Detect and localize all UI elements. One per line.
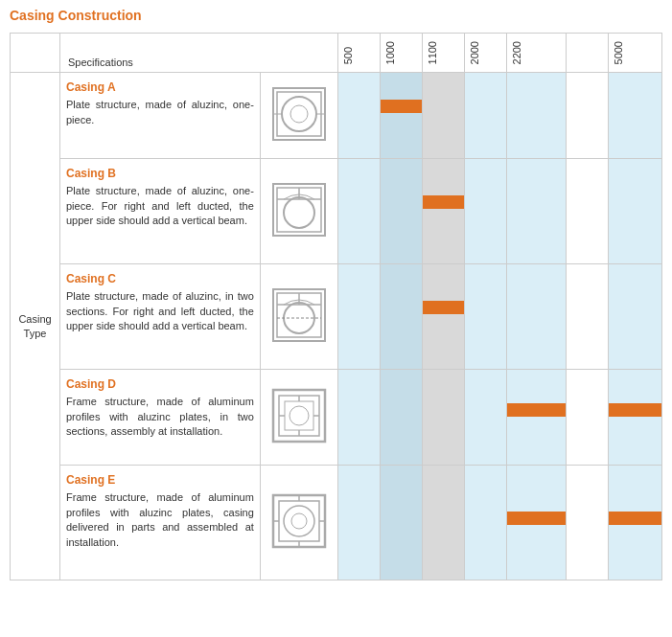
casing-c-col1100 (423, 264, 465, 370)
casing-a-col500 (338, 73, 381, 159)
header-casing-type-col (11, 34, 60, 73)
casing-d-colblank (567, 370, 609, 466)
casing-e-colblank (567, 466, 609, 580)
header-5000: 5000 (609, 34, 662, 73)
casing-e-col1000 (381, 466, 423, 580)
casing-e-specs: Casing E Frame structure, made of alumin… (60, 466, 261, 580)
casing-b-desc: Plate structure, made of aluzinc, one-pi… (66, 184, 254, 228)
casing-c-label: Casing C (66, 272, 254, 285)
casing-c-desc: Plate structure, made of aluzinc, in two… (66, 289, 254, 333)
casing-d-col2200 (507, 370, 567, 466)
casing-c-image (260, 264, 337, 370)
casing-d-svg (271, 388, 327, 444)
casing-c-specs: Casing C Plate structure, made of aluzin… (60, 264, 261, 370)
casing-a-label: Casing A (66, 80, 254, 94)
casing-e-label: Casing E (66, 473, 254, 487)
casing-a-svg (271, 86, 327, 142)
casing-d-col1000 (381, 370, 423, 466)
table-row: Casing D Frame structure, made of alumin… (11, 370, 662, 466)
svg-point-24 (290, 406, 309, 425)
casing-d-image (260, 370, 337, 466)
casing-a-col1000 (381, 73, 423, 159)
table-row: Casing B Plate structure, made of aluzin… (11, 159, 662, 264)
casing-e-col1100 (423, 466, 465, 580)
header-2200: 2200 (507, 34, 567, 73)
header-row: Specifications 500 1000 1100 2000 2200 (11, 34, 662, 73)
casing-d-col1100 (423, 370, 465, 466)
casing-a-specs: Casing A Plate structure, made of aluzin… (60, 73, 261, 159)
table-row: Casing E Frame structure, made of alumin… (11, 466, 662, 580)
casing-type-cell: CasingType (11, 73, 60, 580)
casing-e-col500 (338, 466, 381, 580)
casing-d-col2000 (465, 370, 507, 466)
casing-a-col2000 (465, 73, 507, 159)
table-row: Casing C Plate structure, made of aluzin… (11, 264, 662, 370)
header-2000: 2000 (465, 34, 507, 73)
svg-rect-25 (273, 495, 325, 547)
casing-b-specs: Casing B Plate structure, made of aluzin… (60, 159, 261, 264)
casing-e-col2200 (507, 466, 567, 580)
casing-c-col2200 (507, 264, 567, 370)
casing-b-image (260, 159, 337, 264)
casing-d-specs: Casing D Frame structure, made of alumin… (60, 370, 261, 466)
casing-b-label: Casing B (66, 167, 254, 180)
svg-rect-26 (279, 501, 319, 541)
casing-c-svg (271, 287, 327, 343)
casing-d-label: Casing D (66, 377, 254, 391)
table-row: CasingType Casing A Plate structure, mad… (11, 73, 662, 159)
casing-a-col1100 (423, 73, 465, 159)
header-blank (567, 34, 609, 73)
svg-point-27 (284, 506, 314, 536)
page-title: Casing Construction (10, 8, 662, 23)
casing-e-desc: Frame structure, made of aluminum profil… (66, 490, 254, 550)
casing-b-svg (271, 182, 327, 238)
casing-c-col2000 (465, 264, 507, 370)
header-1000: 1000 (381, 34, 423, 73)
casing-e-col5000 (609, 466, 662, 580)
casing-type-label: CasingType (11, 312, 59, 342)
header-500: 500 (338, 34, 381, 73)
casing-d-desc: Frame structure, made of aluminum profil… (66, 395, 254, 439)
svg-point-8 (284, 197, 314, 228)
casing-b-col2000 (465, 159, 507, 264)
svg-rect-1 (277, 92, 321, 136)
casing-e-svg (271, 493, 327, 549)
casing-a-image (260, 73, 337, 159)
header-1100: 1100 (423, 34, 465, 73)
casing-a-col2200 (507, 73, 567, 159)
casing-e-image (260, 466, 337, 580)
casing-c-col500 (338, 264, 381, 370)
page-container: Casing Construction Specifications 500 1… (0, 0, 672, 588)
svg-point-2 (282, 97, 316, 131)
casing-c-col1000 (381, 264, 423, 370)
main-table: Specifications 500 1000 1100 2000 2200 (10, 33, 662, 580)
casing-c-colblank (567, 264, 609, 370)
casing-a-colblank (567, 73, 609, 159)
casing-b-col500 (338, 159, 381, 264)
header-specs: Specifications (60, 34, 338, 73)
casing-b-colblank (567, 159, 609, 264)
casing-e-col2000 (465, 466, 507, 580)
svg-point-3 (290, 105, 308, 123)
casing-b-col1000 (381, 159, 423, 264)
casing-b-col2200 (507, 159, 567, 264)
svg-point-28 (291, 513, 307, 529)
casing-a-desc: Plate structure, made of aluzinc, one-pi… (66, 98, 254, 127)
casing-b-col1100 (423, 159, 465, 264)
casing-a-col5000 (609, 73, 662, 159)
casing-d-col5000 (609, 370, 662, 466)
casing-c-col5000 (609, 264, 662, 370)
casing-d-col500 (338, 370, 381, 466)
casing-b-col5000 (609, 159, 662, 264)
